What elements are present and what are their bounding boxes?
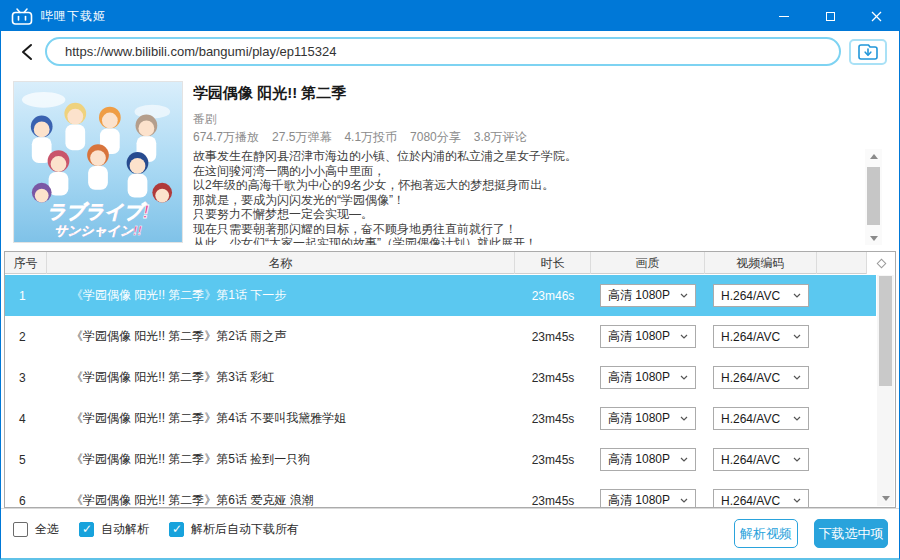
auto-download-group[interactable]: 解析后自动下载所有 — [169, 521, 299, 538]
video-info-panel: ラブライブ! サンシャイン!! 学园偶像 阳光!! 第二季 番剧 674.7万播… — [1, 71, 899, 251]
fetch-url-button[interactable] — [849, 39, 887, 65]
description-line: 那就是，要成为闪闪发光的“学园偶像”！ — [193, 193, 853, 208]
url-bar — [45, 37, 841, 66]
video-stats: 674.7万播放 27.5万弹幕 4.1万投币 7080分享 3.8万评论 — [193, 129, 526, 146]
table-row[interactable]: 4 《学园偶像 阳光!! 第二季》第4话 不要叫我黛雅学姐 23m45s 高清 … — [5, 398, 876, 439]
select-all-label: 全选 — [35, 521, 59, 538]
quality-value: 高清 1080P — [608, 328, 670, 345]
description-line: 在这间骏河湾一隅的小小高中里面， — [193, 164, 853, 179]
row-name: 《学园偶像 阳光!! 第二季》第5话 捡到一只狗 — [47, 451, 515, 468]
quality-dropdown[interactable]: 高清 1080P — [600, 448, 696, 471]
close-button[interactable] — [853, 1, 899, 31]
scroll-up-icon[interactable] — [865, 149, 882, 163]
select-all-group[interactable]: 全选 — [13, 521, 59, 538]
auto-parse-group[interactable]: 自动解析 — [79, 521, 149, 538]
row-name: 《学园偶像 阳光!! 第二季》第4话 不要叫我黛雅学姐 — [47, 410, 515, 427]
header-duration: 时长 — [515, 252, 591, 274]
chevron-down-icon — [793, 416, 801, 421]
chevron-down-icon — [680, 293, 688, 298]
codec-value: H.264/AVC — [721, 494, 780, 508]
diamond-icon — [876, 258, 886, 268]
chevron-down-icon — [680, 334, 688, 339]
chevron-down-icon — [680, 416, 688, 421]
row-index: 6 — [5, 494, 47, 508]
table-row[interactable]: 6 《学园偶像 阳光!! 第二季》第6话 爱克娅 浪潮 23m45s 高清 10… — [5, 480, 876, 507]
table-row[interactable]: 2 《学园偶像 阳光!! 第二季》第2话 雨之声 23m45s 高清 1080P… — [5, 316, 876, 357]
app-window: 哔哩下载姬 — [0, 0, 900, 560]
table-row[interactable]: 5 《学园偶像 阳光!! 第二季》第5话 捡到一只狗 23m45s 高清 108… — [5, 439, 876, 480]
minimize-button[interactable] — [761, 1, 807, 31]
video-description: 故事发生在静冈县沼津市海边的小镇、位於内浦的私立浦之星女子学院。 在这间骏河湾一… — [193, 149, 853, 245]
scroll-down-icon[interactable] — [865, 231, 882, 245]
codec-value: H.264/AVC — [721, 453, 780, 467]
codec-dropdown[interactable]: H.264/AVC — [713, 489, 809, 507]
back-button[interactable] — [14, 39, 40, 65]
header-blank — [817, 252, 867, 274]
scroll-down-icon[interactable] — [877, 491, 894, 506]
navbar — [1, 31, 899, 71]
description-line: 以2年级的高海千歌为中心的9名少女，怀抱著远大的梦想挺身而出。 — [193, 178, 853, 193]
codec-dropdown[interactable]: H.264/AVC — [713, 284, 809, 307]
table-scrollbar[interactable] — [877, 275, 894, 506]
video-type-label: 番剧 — [193, 111, 217, 128]
codec-value: H.264/AVC — [721, 412, 780, 426]
row-index: 2 — [5, 330, 47, 344]
table-row[interactable]: 3 《学园偶像 阳光!! 第二季》第3话 彩虹 23m45s 高清 1080P … — [5, 357, 876, 398]
row-duration: 23m45s — [515, 371, 591, 385]
table-row[interactable]: 1 《学园偶像 阳光!! 第二季》第1话 下一步 23m46s 高清 1080P… — [5, 275, 876, 316]
chevron-down-icon — [793, 498, 801, 503]
header-index: 序号 — [5, 252, 47, 274]
codec-dropdown[interactable]: H.264/AVC — [713, 407, 809, 430]
download-selected-button[interactable]: 下载选中项 — [814, 519, 888, 548]
row-name: 《学园偶像 阳光!! 第二季》第2话 雨之声 — [47, 328, 515, 345]
row-index: 1 — [5, 289, 47, 303]
chevron-down-icon — [680, 375, 688, 380]
table-scrollbar-thumb[interactable] — [879, 276, 892, 386]
column-options-button[interactable] — [867, 252, 895, 274]
app-title: 哔哩下载姬 — [41, 8, 106, 25]
stat-danmaku: 27.5万弹幕 — [272, 129, 331, 146]
quality-dropdown[interactable]: 高清 1080P — [600, 284, 696, 307]
back-arrow-icon — [19, 42, 35, 62]
auto-parse-label: 自动解析 — [101, 521, 149, 538]
stat-comments: 3.8万评论 — [474, 129, 527, 146]
header-name: 名称 — [47, 252, 515, 274]
quality-value: 高清 1080P — [608, 369, 670, 386]
codec-value: H.264/AVC — [721, 289, 780, 303]
parse-video-button[interactable]: 解析视频 — [734, 519, 798, 548]
quality-dropdown[interactable]: 高清 1080P — [600, 366, 696, 389]
select-all-checkbox[interactable] — [13, 522, 28, 537]
window-controls — [761, 1, 899, 31]
quality-dropdown[interactable]: 高清 1080P — [600, 489, 696, 507]
header-quality: 画质 — [591, 252, 705, 274]
codec-value: H.264/AVC — [721, 330, 780, 344]
quality-dropdown[interactable]: 高清 1080P — [600, 407, 696, 430]
bilibili-tv-icon — [11, 8, 33, 25]
row-index: 4 — [5, 412, 47, 426]
auto-parse-checkbox[interactable] — [79, 522, 94, 537]
close-icon — [871, 11, 882, 22]
chevron-down-icon — [793, 375, 801, 380]
chevron-down-icon — [793, 293, 801, 298]
description-scrollbar-thumb[interactable] — [867, 167, 880, 225]
header-codec: 视频编码 — [705, 252, 817, 274]
video-title: 学园偶像 阳光!! 第二季 — [193, 84, 346, 103]
codec-dropdown[interactable]: H.264/AVC — [713, 325, 809, 348]
codec-dropdown[interactable]: H.264/AVC — [713, 366, 809, 389]
chevron-down-icon — [680, 498, 688, 503]
auto-download-checkbox[interactable] — [169, 522, 184, 537]
description-line: 故事发生在静冈县沼津市海边的小镇、位於内浦的私立浦之星女子学院。 — [193, 149, 853, 164]
row-duration: 23m45s — [515, 453, 591, 467]
episode-table: 序号 名称 时长 画质 视频编码 1 《学园偶像 阳光!! 第二季》第1话 下一… — [4, 251, 896, 508]
chevron-down-icon — [793, 334, 801, 339]
maximize-button[interactable] — [807, 1, 853, 31]
quality-dropdown[interactable]: 高清 1080P — [600, 325, 696, 348]
row-duration: 23m45s — [515, 330, 591, 344]
stat-plays: 674.7万播放 — [193, 129, 259, 146]
poster-image: ラブライブ! サンシャイン!! — [13, 81, 183, 243]
description-scrollbar[interactable] — [865, 149, 882, 245]
quality-value: 高清 1080P — [608, 287, 670, 304]
codec-dropdown[interactable]: H.264/AVC — [713, 448, 809, 471]
row-duration: 23m45s — [515, 494, 591, 508]
url-input[interactable] — [47, 39, 839, 64]
